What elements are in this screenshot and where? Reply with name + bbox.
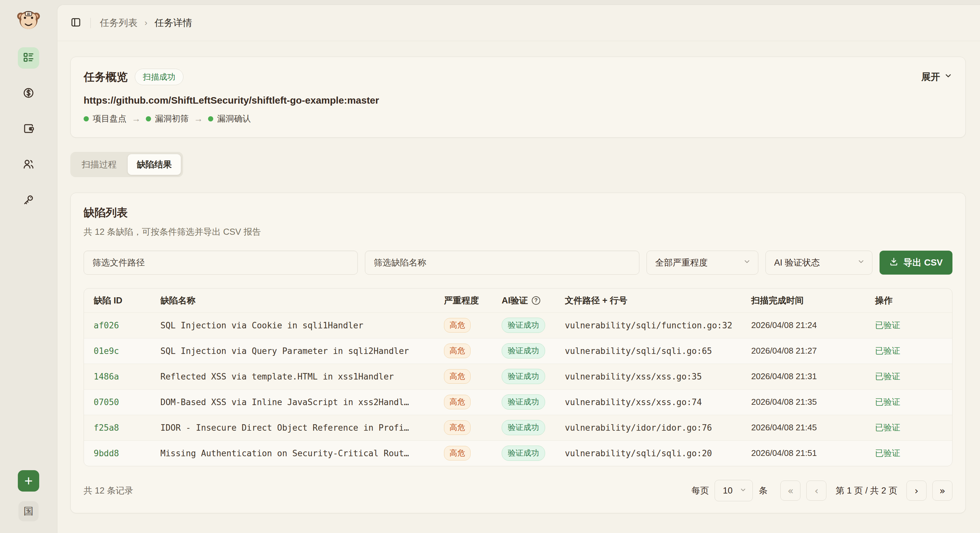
file-path: vulnerability/sqli/sqli.go:65	[560, 338, 747, 364]
wallet-icon	[23, 123, 34, 136]
defect-name: Reflected XSS via template.HTML in xss1H…	[156, 364, 439, 389]
defect-name-filter-input[interactable]	[365, 251, 639, 274]
severity-select-value: 全部严重程度	[655, 257, 708, 268]
defect-id-link[interactable]: 9bdd8	[84, 440, 156, 466]
breadcrumb-task-list[interactable]: 任务列表	[100, 16, 137, 30]
defect-list-subtitle: 共 12 条缺陷，可按条件筛选并导出 CSV 报告	[84, 226, 953, 238]
chevron-down-icon	[944, 71, 953, 82]
severity-cell: 高危	[439, 389, 497, 415]
scan-time: 2026/04/08 21:27	[747, 338, 870, 364]
ai-verify-badge: 验证成功	[502, 446, 545, 461]
ai-status-filter-select[interactable]: AI 验证状态	[765, 251, 872, 274]
file-path-filter-input[interactable]	[84, 251, 358, 274]
ai-verify-badge: 验证成功	[502, 420, 545, 435]
page-size-value: 10	[723, 486, 732, 496]
ai-verify-cell: 验证成功	[497, 440, 560, 466]
sidebar-item-tasks[interactable]	[18, 47, 39, 69]
step-dot-icon	[208, 116, 213, 121]
table-row: af026SQL Injection via Cookie in sqli1Ha…	[84, 313, 952, 338]
export-csv-label: 导出 CSV	[904, 257, 943, 269]
column-actions: 操作	[870, 289, 952, 313]
last-page-button[interactable]: »	[932, 481, 953, 501]
defect-id-link[interactable]: f25a8	[84, 415, 156, 440]
scan-time: 2026/04/08 21:35	[747, 389, 870, 415]
download-icon	[889, 257, 898, 268]
step-label: 漏洞确认	[217, 113, 251, 124]
ai-verify-cell: 验证成功	[497, 415, 560, 440]
main-panel: 任务列表 › 任务详情 任务概览 扫描成功 展开	[57, 5, 980, 533]
defect-name: IDOR - Insecure Direct Object Reference …	[156, 415, 439, 440]
filter-bar: 全部严重程度 AI 验证状态	[84, 251, 953, 274]
sidebar-item-billing[interactable]	[18, 83, 39, 104]
task-overview-card: 任务概览 扫描成功 展开 https://github.com/ShiftLef…	[70, 57, 966, 138]
table-footer: 共 12 条记录 每页 10 条 « ‹ 第 1 页 /	[84, 480, 953, 501]
verified-action-link[interactable]: 已验证	[870, 338, 952, 364]
tab-scan-process[interactable]: 扫描过程	[73, 154, 126, 175]
step-vuln-confirmation: 漏洞确认	[208, 113, 251, 124]
file-path: vulnerability/xss/xss.go:74	[560, 389, 747, 415]
chevron-down-icon	[743, 258, 751, 268]
sidebar-item-keys[interactable]	[18, 190, 39, 211]
help-circle-icon[interactable]: ?	[532, 296, 540, 305]
file-path: vulnerability/xss/xss.go:35	[560, 364, 747, 389]
ai-verify-badge: 验证成功	[502, 394, 545, 409]
page-size-select[interactable]: 10	[714, 480, 753, 501]
add-task-button[interactable]: +	[18, 470, 39, 492]
sidebar-item-wallet[interactable]	[18, 119, 39, 140]
overview-title: 任务概览	[84, 70, 128, 84]
dollar-circle-icon	[23, 87, 34, 100]
breadcrumb-separator: ›	[145, 18, 148, 28]
step-vuln-screening: 漏洞初筛	[146, 113, 189, 124]
tab-defect-results[interactable]: 缺陷结果	[128, 154, 181, 175]
defect-id-link[interactable]: 07050	[84, 389, 156, 415]
ai-verify-badge: 验证成功	[502, 369, 545, 384]
file-path: vulnerability/idor/idor.go:76	[560, 415, 747, 440]
step-label: 项目盘点	[93, 113, 126, 124]
users-icon	[23, 159, 34, 171]
expand-button[interactable]: 展开	[921, 71, 953, 84]
verified-action-link[interactable]: 已验证	[870, 313, 952, 338]
step-project-inventory: 项目盘点	[84, 113, 126, 124]
sidebar: AI	[0, 0, 57, 533]
ai-verify-cell: 验证成功	[497, 389, 560, 415]
ai-verify-badge: 验证成功	[502, 318, 545, 333]
pipeline-steps: 项目盘点 → 漏洞初筛 → 漏洞确认	[84, 113, 953, 124]
defect-list-title: 缺陷列表	[84, 205, 953, 220]
key-icon	[23, 194, 34, 207]
content: 任务概览 扫描成功 展开 https://github.com/ShiftLef…	[57, 41, 980, 533]
table-row: f25a8IDOR - Insecure Direct Object Refer…	[84, 415, 952, 440]
verified-action-link[interactable]: 已验证	[870, 440, 952, 466]
table-row: 9bdd8Missing Authentication on Security-…	[84, 440, 952, 466]
table-row: 1486aReflected XSS via template.HTML in …	[84, 364, 952, 389]
first-page-button[interactable]: «	[780, 481, 800, 501]
severity-badge: 高危	[444, 344, 471, 358]
scan-time: 2026/04/08 21:51	[747, 440, 870, 466]
page-info: 第 1 页 / 共 2 页	[835, 485, 897, 497]
column-ai-verify: AI验证 ?	[497, 289, 560, 313]
sidebar-toggle-button[interactable]	[70, 17, 81, 29]
sidebar-item-users[interactable]	[18, 154, 39, 176]
severity-badge: 高危	[444, 395, 471, 409]
ai-verify-cell: 验证成功	[497, 364, 560, 389]
pagination: 每页 10 条 « ‹ 第 1 页 / 共 2 页 ›	[691, 480, 953, 501]
export-csv-button[interactable]: 导出 CSV	[880, 251, 953, 274]
step-dot-icon	[84, 116, 89, 121]
prev-page-button[interactable]: ‹	[806, 481, 826, 501]
defect-name: SQL Injection via Query Parameter in sql…	[156, 338, 439, 364]
scan-time: 2026/04/08 21:45	[747, 415, 870, 440]
language-button[interactable]: 国	[19, 501, 38, 521]
defect-id-link[interactable]: 1486a	[84, 364, 156, 389]
step-dot-icon	[146, 116, 151, 121]
verified-action-link[interactable]: 已验证	[870, 364, 952, 389]
monkey-logo: AI	[16, 8, 41, 32]
verified-action-link[interactable]: 已验证	[870, 415, 952, 440]
severity-filter-select[interactable]: 全部严重程度	[646, 251, 758, 274]
scan-time: 2026/04/08 21:31	[747, 364, 870, 389]
verified-action-link[interactable]: 已验证	[870, 389, 952, 415]
defect-id-link[interactable]: af026	[84, 313, 156, 338]
next-page-button[interactable]: ›	[907, 481, 926, 501]
result-tabs: 扫描过程 缺陷结果	[70, 152, 183, 177]
topbar-divider	[91, 18, 91, 28]
defect-id-link[interactable]: 01e9c	[84, 338, 156, 364]
severity-cell: 高危	[439, 364, 497, 389]
